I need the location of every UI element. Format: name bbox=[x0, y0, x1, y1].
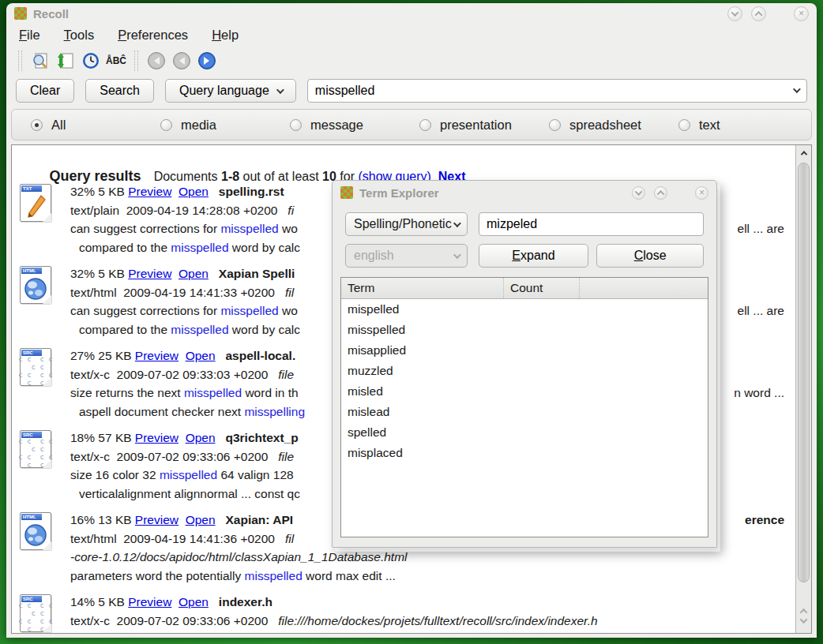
close-icon[interactable]: × bbox=[794, 6, 809, 21]
radio-icon[interactable] bbox=[549, 119, 561, 131]
text-segment: misspelled bbox=[245, 569, 303, 582]
prev-page-icon[interactable] bbox=[169, 49, 194, 73]
radio-icon[interactable] bbox=[678, 119, 690, 131]
filter-spreadsheet[interactable]: spreadsheet bbox=[549, 118, 678, 133]
dialog-maximize-icon[interactable] bbox=[654, 186, 667, 200]
term-table-header: Term Count bbox=[341, 278, 708, 299]
filter-presentation[interactable]: presentation bbox=[419, 118, 549, 133]
text-segment bbox=[216, 431, 226, 444]
term-row[interactable]: misspelled bbox=[341, 320, 708, 340]
dialog-close-icon[interactable]: × bbox=[695, 186, 708, 200]
menu-help[interactable]: Help bbox=[212, 28, 239, 43]
toolbar-handle[interactable] bbox=[18, 51, 22, 71]
filter-label: message bbox=[310, 118, 363, 133]
text-segment: word max edit ... bbox=[303, 569, 396, 582]
scroll-down-icon[interactable] bbox=[800, 616, 808, 623]
src-file-icon[interactable]: SRCc c c c c c c c c c c c bbox=[20, 430, 51, 468]
text-segment: ell ... are bbox=[738, 301, 784, 320]
filter-label: text bbox=[699, 118, 720, 133]
filter-all[interactable]: All bbox=[31, 118, 160, 133]
html-file-icon[interactable]: HTML bbox=[20, 266, 51, 304]
expansion-mode-dropdown[interactable]: Spelling/Phonetic bbox=[345, 212, 468, 236]
scroll-up-icon[interactable] bbox=[796, 145, 811, 161]
text-segment: text/x-c 2009-07-02 09:33:06 +0200 bbox=[70, 614, 278, 627]
radio-icon[interactable] bbox=[31, 119, 43, 131]
source-code-icon: c c c c c c c c c c c c bbox=[21, 438, 51, 467]
result-link[interactable]: Open bbox=[186, 513, 216, 526]
minimize-icon[interactable] bbox=[727, 6, 742, 21]
filter-message[interactable]: message bbox=[290, 118, 419, 133]
history-clock-icon[interactable] bbox=[78, 49, 103, 73]
next-page-icon[interactable] bbox=[194, 49, 220, 73]
filter-text[interactable]: text bbox=[678, 118, 808, 133]
scrollbar-thumb[interactable] bbox=[798, 163, 810, 582]
result-link[interactable]: Preview bbox=[135, 431, 179, 444]
filter-label: media bbox=[181, 118, 216, 133]
text-segment: fil bbox=[285, 286, 294, 299]
new-search-icon[interactable] bbox=[28, 49, 53, 73]
text-segment bbox=[209, 185, 219, 198]
txt-file-icon[interactable]: TXT bbox=[20, 184, 51, 222]
result-link[interactable]: Open bbox=[179, 185, 209, 198]
search-button[interactable]: Search bbox=[85, 79, 154, 103]
text-segment: misspelled bbox=[184, 386, 242, 399]
term-row[interactable]: misled bbox=[341, 381, 708, 402]
text-segment bbox=[216, 513, 226, 526]
term-row[interactable]: misplaced bbox=[341, 443, 708, 463]
term-input[interactable] bbox=[479, 212, 704, 236]
result-link[interactable]: Preview bbox=[128, 267, 171, 280]
query-language-dropdown[interactable]: Query language bbox=[165, 79, 296, 103]
maximize-icon[interactable] bbox=[751, 6, 766, 21]
result-link[interactable]: Preview bbox=[128, 185, 171, 198]
radio-icon[interactable] bbox=[160, 119, 172, 131]
first-page-icon[interactable] bbox=[144, 49, 169, 73]
term-row[interactable]: misapplied bbox=[341, 340, 708, 361]
result-link[interactable]: Preview bbox=[135, 349, 179, 362]
menu-file[interactable]: File bbox=[19, 28, 40, 43]
result-link[interactable]: Preview bbox=[135, 513, 179, 526]
close-button[interactable]: Close bbox=[596, 244, 704, 268]
menu-tools[interactable]: Tools bbox=[64, 28, 95, 43]
term-row[interactable]: muzzled bbox=[341, 361, 708, 381]
expand-button[interactable]: Expand bbox=[479, 244, 589, 268]
result-link[interactable]: Open bbox=[186, 349, 216, 362]
term-row[interactable]: mislead bbox=[341, 402, 708, 422]
result-link[interactable]: Open bbox=[186, 431, 216, 444]
filter-label: All bbox=[51, 118, 66, 133]
text-segment: file bbox=[278, 368, 294, 381]
clear-button[interactable]: Clear bbox=[16, 79, 74, 103]
term-row[interactable]: mispelled bbox=[341, 299, 708, 320]
result-link[interactable]: Preview bbox=[128, 595, 171, 608]
filter-label: spreadsheet bbox=[569, 118, 641, 133]
src-file-icon[interactable]: SRCc c c c c c c c c c c c bbox=[20, 594, 51, 632]
text-segment bbox=[171, 595, 179, 608]
filter-media[interactable]: media bbox=[160, 118, 290, 133]
radio-icon[interactable] bbox=[290, 119, 302, 131]
term-cell: misapplied bbox=[348, 343, 406, 358]
globe-icon bbox=[21, 274, 51, 303]
scroll-up2-icon[interactable] bbox=[800, 608, 808, 616]
window-title: Recoll bbox=[33, 7, 69, 21]
text-segment: text/html 2009-04-19 14:41:33 +0200 bbox=[70, 286, 285, 299]
text-segment: 32% 5 KB bbox=[70, 185, 128, 198]
src-file-icon[interactable]: SRCc c c c c c c c c c c c bbox=[20, 348, 51, 386]
search-input[interactable] bbox=[307, 79, 807, 103]
text-segment: can suggest corrections for bbox=[70, 304, 220, 317]
text-segment bbox=[216, 349, 226, 362]
term-column-header[interactable]: Term bbox=[341, 278, 503, 298]
results-scrollbar[interactable] bbox=[795, 145, 811, 633]
count-column-header[interactable]: Count bbox=[503, 278, 579, 298]
dialog-minimize-icon[interactable] bbox=[632, 186, 645, 200]
dialog-titlebar[interactable]: Term Explorer × bbox=[333, 181, 716, 204]
term-row[interactable]: spelled bbox=[341, 422, 708, 443]
radio-icon[interactable] bbox=[419, 119, 431, 131]
result-link[interactable]: Open bbox=[179, 595, 209, 608]
term-explorer-icon[interactable]: ÅBĈ bbox=[103, 49, 129, 73]
text-segment: misspelled bbox=[160, 468, 217, 481]
menu-preferences[interactable]: Preferences bbox=[118, 28, 188, 43]
language-dropdown: english bbox=[345, 244, 468, 268]
window-titlebar[interactable]: Recoll × bbox=[6, 3, 817, 24]
sort-by-date-icon[interactable] bbox=[53, 49, 78, 73]
result-link[interactable]: Open bbox=[179, 267, 209, 280]
html-file-icon[interactable]: HTML bbox=[20, 512, 51, 550]
